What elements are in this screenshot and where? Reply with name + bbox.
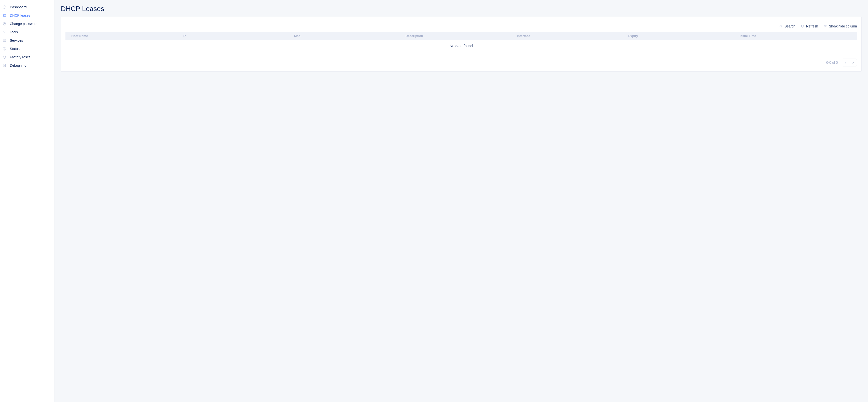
next-page-button[interactable]: › — [849, 59, 857, 66]
sidebar-item-label: Factory reset — [10, 55, 30, 59]
col-ip[interactable]: IP — [183, 34, 294, 38]
refresh-icon — [801, 25, 804, 28]
info-circle-icon — [2, 47, 6, 51]
note-icon — [2, 63, 6, 67]
svg-rect-7 — [3, 64, 5, 67]
leases-panel: Search Refresh Show/hide column Host Nam… — [61, 17, 862, 71]
svg-point-8 — [780, 25, 781, 27]
pagination-range: 0-0 of 0 — [826, 61, 838, 64]
chevron-left-icon: ‹ — [845, 60, 846, 65]
col-issue-time[interactable]: Issue Time — [740, 34, 851, 38]
gauge-icon — [2, 5, 6, 9]
show-hide-column-button[interactable]: Show/hide column — [824, 24, 857, 28]
search-icon — [779, 25, 782, 28]
sidebar-item-label: Services — [10, 38, 23, 42]
col-description[interactable]: Description — [405, 34, 517, 38]
svg-point-2 — [4, 15, 4, 16]
sidebar-item-factory-reset[interactable]: Factory reset — [0, 53, 54, 61]
svg-rect-5 — [3, 41, 6, 41]
sidebar-item-services[interactable]: Services — [0, 36, 54, 44]
sidebar-item-tools[interactable]: Tools — [0, 28, 54, 36]
sidebar-item-debug-info[interactable]: Debug info — [0, 61, 54, 70]
svg-point-10 — [825, 27, 826, 27]
tools-icon — [2, 30, 6, 34]
sidebar-item-label: Status — [10, 47, 20, 51]
refresh-button[interactable]: Refresh — [801, 24, 818, 28]
sidebar: Dashboard DHCP leases Change password To… — [0, 0, 55, 402]
main-content: DHCP Leases Search Refresh Show/hide col… — [55, 0, 868, 402]
table-header-row: Host Name IP Mac Description Interface E… — [65, 32, 857, 40]
chevron-right-icon: › — [852, 60, 854, 65]
sidebar-item-label: Tools — [10, 30, 18, 34]
svg-point-3 — [4, 23, 5, 24]
columns-label: Show/hide column — [829, 24, 857, 28]
col-interface[interactable]: Interface — [517, 34, 628, 38]
id-card-icon — [2, 13, 6, 18]
sidebar-item-label: Dashboard — [10, 5, 27, 9]
sidebar-item-dhcp-leases[interactable]: DHCP leases — [0, 11, 54, 20]
sidebar-item-label: DHCP leases — [10, 13, 30, 18]
svg-rect-4 — [3, 39, 6, 40]
sidebar-item-change-password[interactable]: Change password — [0, 20, 54, 28]
pager: ‹ › — [842, 59, 857, 66]
search-label: Search — [784, 24, 795, 28]
sidebar-item-label: Change password — [10, 22, 37, 26]
shield-lock-icon — [2, 22, 6, 26]
pagination: 0-0 of 0 ‹ › — [65, 59, 857, 66]
col-host-name[interactable]: Host Name — [71, 34, 183, 38]
sidebar-item-label: Debug info — [10, 63, 27, 67]
svg-point-9 — [825, 26, 825, 26]
sidebar-item-status[interactable]: Status — [0, 44, 54, 53]
refresh-label: Refresh — [806, 24, 818, 28]
servers-icon — [2, 38, 6, 42]
empty-state-text: No data found — [65, 40, 857, 54]
page-title: DHCP Leases — [61, 5, 862, 13]
reset-icon — [2, 55, 6, 59]
col-expiry[interactable]: Expiry — [628, 34, 740, 38]
svg-rect-1 — [3, 14, 6, 17]
prev-page-button[interactable]: ‹ — [842, 59, 849, 66]
sidebar-item-dashboard[interactable]: Dashboard — [0, 3, 54, 11]
toolbar: Search Refresh Show/hide column — [65, 24, 857, 28]
search-button[interactable]: Search — [779, 24, 795, 28]
sliders-icon — [824, 25, 827, 28]
col-mac[interactable]: Mac — [294, 34, 405, 38]
